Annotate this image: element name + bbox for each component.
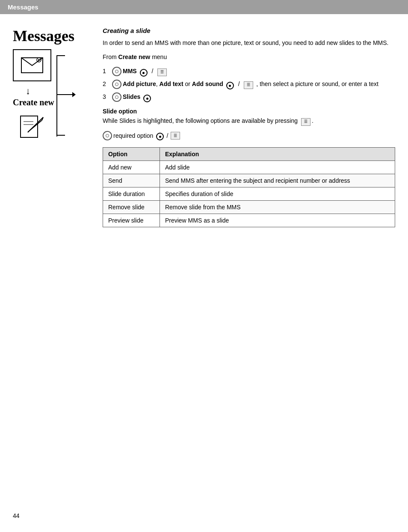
table-head: Option Explanation [103, 147, 395, 160]
section-title: Creating a slide [103, 27, 395, 34]
create-new-bold: Create new [118, 53, 151, 60]
slide-option-desc: While Slides is highlighted, the followi… [103, 116, 395, 126]
sidebar-icons-col: ↓ Create new [13, 49, 54, 143]
page-number: 44 [13, 512, 20, 519]
step-1-content: MMS / ☰ [123, 67, 395, 76]
menu-suffix: menu [152, 53, 167, 60]
intro-text: In order to send an MMS with more than o… [103, 39, 395, 48]
menu-btn-press: ☰ [301, 118, 310, 126]
explanation-cell: Specifies duration of slide [160, 187, 395, 200]
step-3-num: 3 [103, 92, 109, 101]
header-title: Messages [8, 3, 38, 11]
create-new-label: Create new [13, 98, 54, 107]
sidebar-title: Messages [13, 27, 98, 45]
required-option-text: required option [113, 132, 153, 139]
step-2-content: Add picture, Add text or Add sound / ☰ ,… [123, 80, 395, 89]
table-row: Preview slide Preview MMS as a slide [103, 214, 395, 227]
step-2-suffix: , then select a picture or sound, or ent… [256, 80, 378, 87]
step-2-num: 2 [103, 80, 109, 89]
add-text: Add text [160, 80, 183, 87]
down-arrow-icon: ↓ [26, 86, 30, 97]
option-line: required option / ☰ [103, 131, 395, 140]
option-cell: Slide duration [103, 187, 160, 200]
from-text: From Create new menu [103, 53, 395, 62]
table-row: Add new Add slide [103, 160, 395, 174]
table-row: Send Send MMS after entering the subject… [103, 174, 395, 187]
option-cell: Add new [103, 160, 160, 174]
step-1-num: 1 [103, 67, 109, 76]
step-2: 2 Add picture, Add text or Add sound / ☰… [103, 80, 395, 89]
menu-btn-option: ☰ [171, 132, 180, 140]
left-sidebar: Messages ↓ Create [13, 27, 98, 227]
nav-scroll-icon-2 [112, 80, 121, 89]
add-sound: Add sound [192, 80, 223, 87]
header-bar: Messages [0, 0, 408, 14]
col-explanation-header: Explanation [160, 147, 395, 160]
slides-bold: Slides [123, 93, 140, 100]
step-1-mms: MMS [123, 68, 137, 74]
menu-btn-1: ☰ [157, 68, 167, 76]
sidebar-bracket-area: ↓ Create new [13, 49, 98, 143]
nav-scroll-option [103, 131, 112, 140]
svg-point-2 [38, 59, 40, 61]
step-3: 3 Slides [103, 92, 395, 102]
ok-btn-option [156, 133, 164, 140]
explanation-cell: Add slide [160, 160, 395, 174]
ok-btn-2 [226, 82, 234, 89]
pencil-icon-box [13, 112, 51, 142]
explanation-cell: Remove slide from the MMS [160, 200, 395, 214]
envelope-box [13, 49, 51, 81]
explanation-cell: Preview MMS as a slide [160, 214, 395, 227]
right-arrow [57, 92, 76, 97]
table-body: Add new Add slide Send Send MMS after en… [103, 160, 395, 227]
ok-btn-3 [143, 95, 151, 102]
main-content: Creating a slide In order to send an MMS… [98, 27, 395, 227]
option-cell: Preview slide [103, 214, 160, 227]
ok-btn-1 [140, 69, 148, 77]
table-row: Slide duration Specifies duration of sli… [103, 187, 395, 200]
option-cell: Remove slide [103, 200, 160, 214]
table-row: Remove slide Remove slide from the MMS [103, 200, 395, 214]
bracket-arrow-area [56, 49, 82, 143]
nav-scroll-icon-1 [112, 67, 121, 76]
slide-option-section: Slide option While Slides is highlighted… [103, 108, 395, 140]
add-picture: Add picture [123, 80, 156, 87]
step-1: 1 MMS / ☰ [103, 67, 395, 76]
nav-scroll-icon-3 [112, 92, 121, 102]
step-3-content: Slides [123, 92, 395, 101]
explanation-cell: Send MMS after entering the subject and … [160, 174, 395, 187]
bracket-connector [56, 49, 82, 143]
options-table: Option Explanation Add new Add slide Sen… [103, 147, 395, 227]
col-option-header: Option [103, 147, 160, 160]
pencil-icon [18, 114, 46, 140]
step-1-ok: / ☰ [139, 68, 169, 74]
slide-option-title: Slide option [103, 108, 395, 115]
option-cell: Send [103, 174, 160, 187]
envelope-icon [19, 53, 45, 77]
table-header-row: Option Explanation [103, 147, 395, 160]
steps-list: 1 MMS / ☰ 2 Add picture, Add text or Add… [103, 67, 395, 102]
menu-btn-2: ☰ [244, 81, 253, 89]
svg-rect-3 [21, 116, 38, 137]
page-content: Messages ↓ Create [0, 14, 408, 240]
